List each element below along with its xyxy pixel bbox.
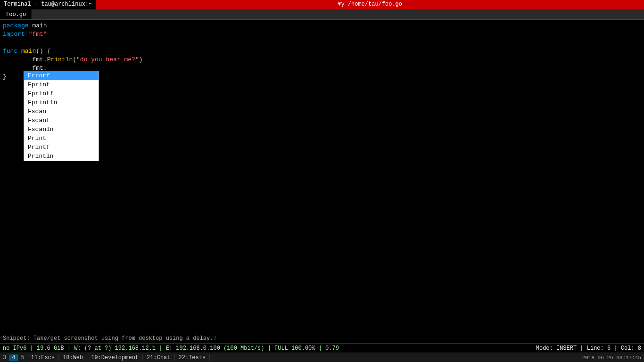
status-right: Mode: INSERT | Line: 6 | Col: 8: [342, 345, 644, 352]
taskbar-item[interactable]: 22:Tests: [175, 354, 210, 361]
taskbar-item[interactable]: 11:Escs: [27, 354, 59, 361]
status-left: no IPv6 | 19.6 GiB | W: (? at ?) 192.168…: [0, 345, 342, 352]
status-bar: no IPv6 | 19.6 GiB | W: (? at ?) 192.168…: [0, 343, 644, 353]
file-path: ▼y /home/tau/foo.go: [96, 0, 644, 9]
tab-bar: foo.go: [0, 9, 644, 20]
workspace-number[interactable]: 4: [9, 354, 18, 361]
autocomplete-item[interactable]: Fscanf: [24, 116, 99, 125]
tab-foo-go[interactable]: foo.go: [0, 9, 32, 19]
taskbar-item[interactable]: 19:Development: [87, 354, 143, 361]
taskbar: 345 11:Escs18:Web19:Development21:Chat22…: [0, 353, 644, 362]
code-line-4: func main() {: [3, 47, 641, 56]
autocomplete-item[interactable]: Errorf: [24, 71, 99, 80]
workspace-number[interactable]: 5: [18, 354, 27, 361]
autocomplete-item[interactable]: Print: [24, 134, 99, 143]
autocomplete-item[interactable]: Fprint: [24, 80, 99, 89]
code-line-3: [3, 39, 641, 47]
workspace-number[interactable]: 3: [0, 354, 9, 361]
code-line-5: fmt.Println("do you hear me?"): [3, 56, 641, 64]
code-line-2: import "fmt": [3, 30, 641, 39]
workspace-numbers[interactable]: 345: [0, 354, 27, 361]
task-items[interactable]: 11:Escs18:Web19:Development21:Chat22:Tes…: [27, 354, 210, 361]
snippet-bar: Snippet: Take/get screenshot using from …: [0, 334, 644, 343]
autocomplete-item[interactable]: Fscanln: [24, 125, 99, 134]
autocomplete-dropdown[interactable]: ErrorfFprintFprintfFprintlnFscanFscanfFs…: [24, 71, 99, 161]
editor-area: package main import "fmt" func main() { …: [0, 20, 644, 334]
autocomplete-item[interactable]: Println: [24, 152, 99, 161]
system-clock: 2018-06-26 03:17:45: [579, 355, 644, 361]
title-bar: Terminal - tau@archlinux:~ ▼y /home/tau/…: [0, 0, 644, 9]
autocomplete-item[interactable]: Fscan: [24, 107, 99, 116]
autocomplete-item[interactable]: Printf: [24, 143, 99, 152]
autocomplete-item[interactable]: Fprintln: [24, 98, 99, 107]
taskbar-item[interactable]: 18:Web: [59, 354, 87, 361]
taskbar-item[interactable]: 21:Chat: [143, 354, 174, 361]
code-line-1: package main: [3, 22, 641, 30]
terminal-title: Terminal - tau@archlinux:~: [0, 0, 96, 9]
autocomplete-item[interactable]: Fprintf: [24, 89, 99, 98]
